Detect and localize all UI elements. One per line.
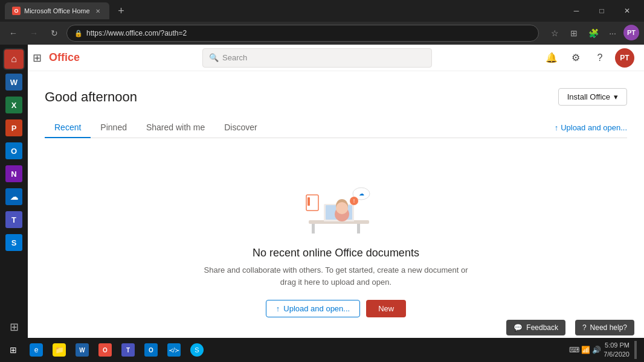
lock-icon: 🔒 bbox=[74, 30, 83, 37]
office-brand: Office bbox=[49, 51, 80, 64]
tab-close-btn[interactable]: ✕ bbox=[94, 7, 102, 15]
back-btn[interactable]: ← bbox=[5, 25, 22, 42]
taskbar-clock: 5:09 PM 7/6/2020 bbox=[604, 341, 630, 360]
taskbar-skype[interactable]: S bbox=[186, 339, 208, 361]
sidebar-item-sway[interactable]: S bbox=[3, 232, 25, 253]
collections-icon[interactable]: ⊞ bbox=[565, 25, 582, 42]
settings-icon[interactable]: ⚙ bbox=[567, 49, 585, 67]
sway-icon: S bbox=[5, 234, 22, 251]
tabs-row: Recent Pinned Shared with me Discover ↑ … bbox=[45, 118, 627, 138]
new-tab-btn[interactable]: + bbox=[114, 4, 129, 18]
need-help-btn[interactable]: ? Need help? bbox=[575, 320, 634, 335]
page-header: Good afternoon Install Office ▾ bbox=[45, 88, 627, 106]
help-icon[interactable]: ? bbox=[591, 49, 609, 67]
favorites-icon[interactable]: ☆ bbox=[546, 25, 563, 42]
taskbar-vscode[interactable]: ≺/≻ bbox=[163, 339, 185, 361]
tab-pinned[interactable]: Pinned bbox=[91, 118, 137, 138]
main-scroll: ⊞ Office 🔍 Search 🔔 ⚙ ? PT bbox=[28, 45, 644, 338]
search-container: 🔍 Search bbox=[92, 48, 543, 68]
tab-discover[interactable]: Discover bbox=[214, 118, 266, 138]
sidebar: ⌂ W X P O N ☁ T S bbox=[0, 45, 28, 338]
install-office-btn[interactable]: Install Office ▾ bbox=[558, 88, 627, 106]
sidebar-item-all-apps[interactable]: ⊞ bbox=[3, 316, 25, 338]
feedback-icon: 💬 bbox=[514, 323, 523, 332]
need-help-label: Need help? bbox=[590, 323, 627, 332]
feedback-label: Feedback bbox=[526, 323, 558, 332]
waffle-icon: ⊞ bbox=[33, 51, 42, 65]
taskbar-sys-tray: ⌨ 📶 🔊 5:09 PM 7/6/2020 bbox=[569, 341, 642, 360]
office-app-bar: ⊞ Office 🔍 Search 🔔 ⚙ ? PT bbox=[28, 45, 644, 71]
sidebar-item-excel[interactable]: X bbox=[3, 94, 25, 116]
all-apps-icon: ⊞ bbox=[10, 320, 19, 334]
browser-tab[interactable]: O Microsoft Office Home ✕ bbox=[5, 2, 109, 19]
sidebar-item-teams[interactable]: T bbox=[3, 209, 25, 230]
profile-avatar[interactable]: PT bbox=[615, 48, 634, 68]
install-chevron: ▾ bbox=[614, 92, 618, 101]
empty-title: No recent online Office documents bbox=[197, 247, 475, 259]
new-doc-btn[interactable]: New bbox=[366, 300, 406, 317]
address-text: https://www.office.com/?auth=2 bbox=[86, 29, 187, 37]
restore-btn[interactable]: □ bbox=[590, 2, 614, 19]
powerpoint-icon: P bbox=[5, 119, 22, 136]
excel-icon: X bbox=[5, 97, 22, 113]
date-display: 7/6/2020 bbox=[604, 350, 630, 359]
time-display: 5:09 PM bbox=[604, 341, 630, 350]
tab-title: Microsoft Office Home bbox=[24, 7, 90, 14]
notification-icon[interactable]: 🔔 bbox=[543, 49, 561, 67]
upload-open-btn[interactable]: ↑ Upload and open... bbox=[266, 300, 360, 317]
page-wrapper: O Microsoft Office Home ✕ + ─ □ ✕ ← → ↻ … bbox=[0, 0, 644, 362]
minimize-btn[interactable]: ─ bbox=[564, 2, 588, 19]
sidebar-item-onenote[interactable]: N bbox=[3, 163, 25, 185]
upload-open-link[interactable]: ↑ Upload and open... bbox=[555, 123, 627, 132]
refresh-btn[interactable]: ↻ bbox=[46, 25, 63, 42]
browser-profile[interactable]: PT bbox=[623, 25, 639, 40]
teams-icon: T bbox=[5, 211, 22, 228]
upload-icon: ↑ bbox=[555, 123, 559, 132]
search-placeholder: Search bbox=[222, 53, 247, 62]
show-desktop[interactable] bbox=[634, 341, 637, 359]
install-label: Install Office bbox=[567, 92, 610, 101]
content-area: ⌂ W X P O N ☁ T S bbox=[0, 45, 644, 338]
svg-point-8 bbox=[336, 202, 348, 214]
top-right-icons: 🔔 ⚙ ? PT bbox=[543, 48, 644, 68]
taskbar-word[interactable]: W bbox=[71, 339, 93, 361]
svg-rect-2 bbox=[357, 224, 360, 233]
taskbar-outlook[interactable]: O bbox=[140, 339, 162, 361]
ms-apps-btn[interactable]: ⊞ bbox=[28, 51, 49, 65]
sidebar-item-onedrive[interactable]: ☁ bbox=[3, 186, 25, 208]
svg-rect-10 bbox=[308, 197, 310, 206]
taskbar-explorer[interactable]: 📁 bbox=[48, 339, 70, 361]
sidebar-item-home[interactable]: ⌂ bbox=[3, 48, 25, 70]
feedback-btn[interactable]: 💬 Feedback bbox=[506, 320, 565, 335]
window-controls: ─ □ ✕ bbox=[564, 2, 639, 19]
search-icon: 🔍 bbox=[209, 53, 219, 62]
word-icon: W bbox=[5, 74, 22, 91]
empty-actions: ↑ Upload and open... New bbox=[197, 300, 475, 317]
svg-rect-5 bbox=[320, 221, 358, 224]
taskbar-teams[interactable]: T bbox=[117, 339, 139, 361]
browser-toolbar: ☆ ⊞ 🧩 ··· PT bbox=[546, 25, 639, 42]
need-help-icon: ? bbox=[582, 323, 587, 332]
address-input[interactable]: 🔒 https://www.office.com/?auth=2 bbox=[66, 25, 539, 42]
page-content: Good afternoon Install Office ▾ Recent P… bbox=[45, 88, 627, 338]
upload-arrow-icon: ↑ bbox=[276, 304, 280, 313]
sidebar-item-outlook[interactable]: O bbox=[3, 140, 25, 162]
browser-chrome: O Microsoft Office Home ✕ + ─ □ ✕ bbox=[0, 0, 644, 22]
home-icon: ⌂ bbox=[4, 49, 24, 69]
sidebar-item-word[interactable]: W bbox=[3, 71, 25, 93]
start-btn[interactable]: ⊞ bbox=[2, 339, 24, 361]
onedrive-icon: ☁ bbox=[5, 188, 22, 205]
empty-state: ☁ ! No recent online Office documents Sh… bbox=[185, 153, 487, 335]
taskbar-edge[interactable]: e bbox=[25, 339, 47, 361]
onenote-icon: N bbox=[5, 165, 22, 182]
close-btn[interactable]: ✕ bbox=[615, 2, 639, 19]
taskbar-ms365[interactable]: O bbox=[94, 339, 116, 361]
sidebar-item-powerpoint[interactable]: P bbox=[3, 117, 25, 139]
svg-text:☁: ☁ bbox=[359, 191, 364, 197]
extensions-icon[interactable]: 🧩 bbox=[585, 25, 602, 42]
search-box[interactable]: 🔍 Search bbox=[202, 48, 432, 68]
more-icon[interactable]: ··· bbox=[604, 25, 621, 42]
forward-btn[interactable]: → bbox=[25, 25, 42, 42]
tab-recent[interactable]: Recent bbox=[45, 118, 91, 138]
tab-shared[interactable]: Shared with me bbox=[137, 118, 214, 138]
